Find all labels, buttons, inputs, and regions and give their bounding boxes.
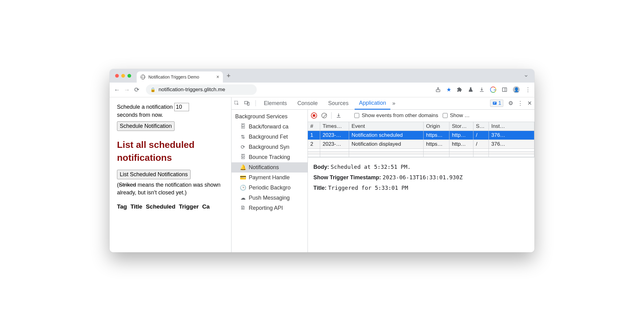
new-tab-button[interactable]: + xyxy=(227,72,231,80)
events-table: # Times… Event Origin Stor… S… Inst… 1 2… xyxy=(308,122,534,157)
device-toggle-icon[interactable] xyxy=(244,100,252,106)
tabs-overflow-button[interactable] xyxy=(523,73,529,79)
window-controls xyxy=(115,74,131,78)
arrows-icon: ⇅ xyxy=(240,134,246,140)
sidebar-item-push-messaging[interactable]: ☁Push Messaging xyxy=(231,193,308,203)
table-row[interactable]: https… xyxy=(424,140,449,149)
col-header-num[interactable]: # xyxy=(308,122,320,131)
url-text: notification-triggers.glitch.me xyxy=(159,87,225,93)
lock-icon: 🔒 xyxy=(150,87,155,92)
list-notifications-button[interactable]: List Scheduled Notifications xyxy=(117,170,191,179)
table-row[interactable]: http… xyxy=(449,131,473,140)
sidebar-item-periodic-background[interactable]: 🕒Periodic Backgro xyxy=(231,183,308,193)
browser-tab[interactable]: Notification Triggers Demo × xyxy=(137,71,223,83)
extensions-icon[interactable] xyxy=(457,87,462,92)
table-row[interactable]: https… xyxy=(424,131,449,140)
devtools-panel: Elements Console Sources Application » 1… xyxy=(231,97,534,252)
database-icon: 🗄 xyxy=(240,154,246,160)
table-row[interactable]: / xyxy=(473,140,489,149)
table-row[interactable]: 2023-… xyxy=(320,131,349,140)
database-icon: 🗄 xyxy=(240,124,246,130)
tab-console[interactable]: Console xyxy=(293,97,322,110)
table-row[interactable]: 376… xyxy=(489,140,534,149)
clock-icon: 🕒 xyxy=(240,185,246,191)
devtools-menu-button[interactable]: ⋮ xyxy=(517,100,523,107)
sidebar-item-payment-handler[interactable]: 💳Payment Handle xyxy=(231,173,308,183)
share-icon[interactable] xyxy=(435,87,441,92)
document-icon: 🗎 xyxy=(240,205,246,211)
seconds-input[interactable] xyxy=(174,103,189,111)
col-header-timestamp[interactable]: Times… xyxy=(320,122,349,131)
tab-elements[interactable]: Elements xyxy=(260,97,291,110)
maximize-window-button[interactable] xyxy=(127,74,131,78)
more-tabs-button[interactable]: » xyxy=(392,100,395,107)
table-row[interactable]: 2 xyxy=(308,140,320,149)
clear-button[interactable] xyxy=(321,113,327,118)
labs-icon[interactable] xyxy=(468,87,473,92)
side-panel-icon[interactable] xyxy=(502,87,507,92)
show-other-domains-checkbox[interactable]: Show events from other domains xyxy=(354,112,438,119)
settings-icon[interactable]: ⚙ xyxy=(508,100,513,107)
svg-rect-1 xyxy=(502,88,507,91)
url-field[interactable]: 🔒 notification-triggers.glitch.me xyxy=(146,84,257,95)
sync-icon: ⟳ xyxy=(240,144,246,150)
card-icon: 💳 xyxy=(240,174,246,181)
devtools-main: Show events from other domains Show … # … xyxy=(308,110,534,252)
table-row[interactable]: Notification displayed xyxy=(349,140,424,149)
detail-value-trigger: 2023-06-13T16:33:01.930Z xyxy=(383,174,463,181)
sidebar-item-background-sync[interactable]: ⟳Background Syn xyxy=(231,142,308,152)
page-table-header: Tag Title Scheduled Trigger Ca xyxy=(117,203,224,211)
sidebar-item-bounce-tracking[interactable]: 🗄Bounce Tracking xyxy=(231,152,308,162)
close-devtools-button[interactable]: ✕ xyxy=(527,100,532,107)
sidebar-item-background-fetch[interactable]: ⇅Background Fet xyxy=(231,132,308,142)
inspect-icon[interactable] xyxy=(234,100,242,106)
table-row[interactable]: Notification scheduled xyxy=(349,131,424,140)
forward-button[interactable]: → xyxy=(123,86,131,93)
profile-avatar[interactable]: 👤 xyxy=(513,86,520,93)
web-page-content: Schedule a notification seconds from now… xyxy=(110,97,231,252)
schedule-notification-button[interactable]: Schedule Notification xyxy=(117,121,175,131)
col-header-event[interactable]: Event xyxy=(349,122,424,131)
list-heading: List all scheduled notifications xyxy=(117,138,224,164)
tab-sources[interactable]: Sources xyxy=(324,97,353,110)
sidebar-item-notifications[interactable]: 🔔Notifications xyxy=(231,162,308,173)
application-toolbar: Show events from other domains Show … xyxy=(308,110,534,122)
table-row[interactable]: / xyxy=(473,131,489,140)
hint-text: (Striked means the notification was show… xyxy=(117,181,224,197)
record-button[interactable] xyxy=(311,112,317,119)
table-row[interactable]: http… xyxy=(449,140,473,149)
detail-key-title: Title: xyxy=(313,185,327,191)
browser-menu-button[interactable]: ⋮ xyxy=(525,86,531,93)
close-window-button[interactable] xyxy=(115,74,119,78)
col-header-storage[interactable]: Stor… xyxy=(449,122,473,131)
table-row[interactable]: 2023-… xyxy=(320,140,349,149)
bookmark-star-icon[interactable]: ★ xyxy=(446,86,451,93)
tab-application[interactable]: Application xyxy=(355,97,390,110)
toolbar-icons: ★ 👤 ⋮ xyxy=(435,86,531,93)
event-details: Body: Scheduled at 5:32:51 PM. Show Trig… xyxy=(308,157,534,198)
col-header-origin[interactable]: Origin xyxy=(424,122,449,131)
issues-button[interactable]: 1 xyxy=(490,100,503,107)
table-row[interactable]: 1 xyxy=(308,131,320,140)
detail-key-body: Body: xyxy=(313,164,329,170)
bell-icon: 🔔 xyxy=(240,164,246,171)
cloud-icon: ☁ xyxy=(240,195,246,201)
show-second-checkbox[interactable]: Show … xyxy=(443,112,470,119)
table-row[interactable]: 376… xyxy=(489,131,534,140)
close-tab-button[interactable]: × xyxy=(216,74,219,80)
save-button[interactable] xyxy=(336,113,341,118)
reload-button[interactable]: ⟳ xyxy=(133,86,140,93)
google-account-icon[interactable] xyxy=(490,87,496,93)
col-header-s[interactable]: S… xyxy=(473,122,489,131)
browser-window: Notification Triggers Demo × + ← → ⟳ 🔒 n… xyxy=(110,69,534,252)
sidebar-item-back-forward-cache[interactable]: 🗄Back/forward ca xyxy=(231,122,308,132)
detail-value-title: Triggered for 5:33:01 PM xyxy=(328,185,408,191)
tab-title: Notification Triggers Demo xyxy=(148,75,199,79)
sidebar-group-title: Background Services xyxy=(231,112,308,122)
downloads-icon[interactable] xyxy=(479,87,485,92)
sidebar-item-reporting-api[interactable]: 🗎Reporting API xyxy=(231,203,308,213)
devtools-tabbar: Elements Console Sources Application » 1… xyxy=(231,97,534,110)
back-button[interactable]: ← xyxy=(113,86,121,93)
col-header-instance[interactable]: Inst… xyxy=(489,122,534,131)
minimize-window-button[interactable] xyxy=(121,74,125,78)
